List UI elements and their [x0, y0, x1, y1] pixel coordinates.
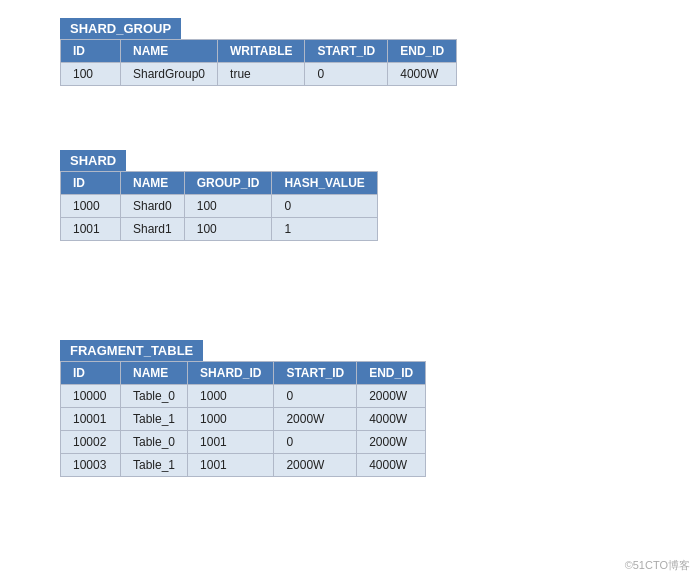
- s-r1-hash: 0: [272, 195, 377, 218]
- sg-r1-start: 0: [305, 63, 388, 86]
- ft-r1-start: 0: [274, 385, 357, 408]
- sg-col-id: ID: [61, 40, 121, 63]
- ft-col-start: START_ID: [274, 362, 357, 385]
- ft-r3-start: 0: [274, 431, 357, 454]
- s-col-hash: HASH_VALUE: [272, 172, 377, 195]
- ft-col-name: NAME: [121, 362, 188, 385]
- ft-col-shard-id: SHARD_ID: [188, 362, 274, 385]
- s-r2-id: 1001: [61, 218, 121, 241]
- shard-group-table: ID NAME WRITABLE START_ID END_ID 100 Sha…: [60, 39, 457, 86]
- ft-r4-name: Table_1: [121, 454, 188, 477]
- s-col-group-id: GROUP_ID: [184, 172, 272, 195]
- sg-col-name: NAME: [121, 40, 218, 63]
- ft-col-id: ID: [61, 362, 121, 385]
- ft-r1-name: Table_0: [121, 385, 188, 408]
- ft-r3-end: 2000W: [357, 431, 426, 454]
- ft-r2-id: 10001: [61, 408, 121, 431]
- ft-r2-shard: 1000: [188, 408, 274, 431]
- s-col-name: NAME: [121, 172, 185, 195]
- sg-col-writable: WRITABLE: [218, 40, 305, 63]
- arrow-canvas: [0, 0, 700, 581]
- shard-table-wrapper: SHARD ID NAME GROUP_ID HASH_VALUE 1000 S…: [60, 150, 126, 171]
- ft-r1-end: 2000W: [357, 385, 426, 408]
- ft-r4-end: 4000W: [357, 454, 426, 477]
- sg-r1-id: 100: [61, 63, 121, 86]
- sg-r1-writable: true: [218, 63, 305, 86]
- s-r2-name: Shard1: [121, 218, 185, 241]
- fragment-title: FRAGMENT_TABLE: [60, 340, 203, 361]
- shard-header-row: ID NAME GROUP_ID HASH_VALUE: [61, 172, 378, 195]
- shard-row-1001: 1001 Shard1 100 1: [61, 218, 378, 241]
- shard-group-title: SHARD_GROUP: [60, 18, 181, 39]
- sg-row-1: 100 ShardGroup0 true 0 4000W: [61, 63, 457, 86]
- shard-row-1000: 1000 Shard0 100 0: [61, 195, 378, 218]
- fragment-table-wrapper: FRAGMENT_TABLE ID NAME SHARD_ID START_ID…: [60, 340, 203, 361]
- ft-row-10003: 10003 Table_1 1001 2000W 4000W: [61, 454, 426, 477]
- ft-r3-id: 10002: [61, 431, 121, 454]
- ft-r2-name: Table_1: [121, 408, 188, 431]
- ft-col-end: END_ID: [357, 362, 426, 385]
- ft-r4-start: 2000W: [274, 454, 357, 477]
- s-col-id: ID: [61, 172, 121, 195]
- sg-r1-name: ShardGroup0: [121, 63, 218, 86]
- sg-col-start-id: START_ID: [305, 40, 388, 63]
- sg-r1-end: 4000W: [388, 63, 457, 86]
- shard-title: SHARD: [60, 150, 126, 171]
- shard-group-header-row: ID NAME WRITABLE START_ID END_ID: [61, 40, 457, 63]
- ft-row-10002: 10002 Table_0 1001 0 2000W: [61, 431, 426, 454]
- ft-row-10000: 10000 Table_0 1000 0 2000W: [61, 385, 426, 408]
- s-r2-gid: 100: [184, 218, 272, 241]
- ft-r1-shard: 1000: [188, 385, 274, 408]
- ft-r1-id: 10000: [61, 385, 121, 408]
- s-r2-hash: 1: [272, 218, 377, 241]
- s-r1-gid: 100: [184, 195, 272, 218]
- fragment-table: ID NAME SHARD_ID START_ID END_ID 10000 T…: [60, 361, 426, 477]
- ft-r3-name: Table_0: [121, 431, 188, 454]
- ft-r2-end: 4000W: [357, 408, 426, 431]
- diagram-container: SHARD_GROUP ID NAME WRITABLE START_ID EN…: [0, 0, 700, 581]
- sg-col-end-id: END_ID: [388, 40, 457, 63]
- watermark: ©51CTO博客: [625, 558, 690, 573]
- ft-r4-id: 10003: [61, 454, 121, 477]
- fragment-header-row: ID NAME SHARD_ID START_ID END_ID: [61, 362, 426, 385]
- shard-table: ID NAME GROUP_ID HASH_VALUE 1000 Shard0 …: [60, 171, 378, 241]
- s-r1-name: Shard0: [121, 195, 185, 218]
- ft-row-10001: 10001 Table_1 1000 2000W 4000W: [61, 408, 426, 431]
- ft-r2-start: 2000W: [274, 408, 357, 431]
- ft-r4-shard: 1001: [188, 454, 274, 477]
- s-r1-id: 1000: [61, 195, 121, 218]
- shard-group-table-wrapper: SHARD_GROUP ID NAME WRITABLE START_ID EN…: [60, 18, 181, 39]
- ft-r3-shard: 1001: [188, 431, 274, 454]
